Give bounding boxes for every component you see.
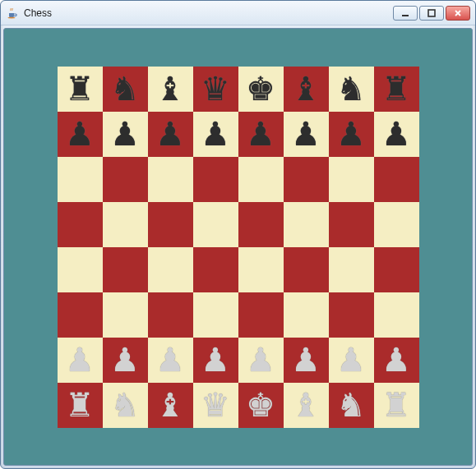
white-king-icon[interactable]: ♚ <box>246 389 275 421</box>
square-1-5[interactable]: ♟ <box>284 112 329 157</box>
square-7-2[interactable]: ♝ <box>148 383 193 428</box>
black-pawn-icon[interactable]: ♟ <box>110 117 140 150</box>
white-rook-icon[interactable]: ♜ <box>381 389 411 421</box>
white-pawn-icon[interactable]: ♟ <box>65 343 95 376</box>
square-7-6[interactable]: ♞ <box>329 383 374 428</box>
square-7-0[interactable]: ♜ <box>58 383 103 428</box>
black-pawn-icon[interactable]: ♟ <box>381 117 411 150</box>
square-7-1[interactable]: ♞ <box>103 383 148 428</box>
square-4-3[interactable] <box>193 247 238 292</box>
square-4-2[interactable] <box>148 247 193 292</box>
square-0-2[interactable]: ♝ <box>148 67 193 112</box>
square-5-7[interactable] <box>374 292 419 338</box>
square-0-7[interactable]: ♜ <box>374 67 419 112</box>
square-1-0[interactable]: ♟ <box>58 112 103 157</box>
square-2-7[interactable] <box>374 157 419 202</box>
white-knight-icon[interactable]: ♞ <box>110 389 140 421</box>
black-knight-icon[interactable]: ♞ <box>110 72 140 105</box>
white-bishop-icon[interactable]: ♝ <box>155 389 185 421</box>
black-pawn-icon[interactable]: ♟ <box>291 117 321 150</box>
square-2-5[interactable] <box>284 157 329 202</box>
black-pawn-icon[interactable]: ♟ <box>65 117 95 150</box>
square-1-7[interactable]: ♟ <box>374 112 419 157</box>
square-5-4[interactable] <box>238 292 284 338</box>
square-4-5[interactable] <box>284 247 329 292</box>
square-6-5[interactable]: ♟ <box>284 338 329 383</box>
white-pawn-icon[interactable]: ♟ <box>110 343 140 376</box>
square-4-6[interactable] <box>329 247 374 292</box>
square-4-7[interactable] <box>374 247 419 292</box>
square-6-7[interactable]: ♟ <box>374 338 419 383</box>
square-6-2[interactable]: ♟ <box>148 338 193 383</box>
square-1-6[interactable]: ♟ <box>329 112 374 157</box>
square-0-3[interactable]: ♛ <box>193 67 238 112</box>
black-pawn-icon[interactable]: ♟ <box>336 117 366 150</box>
square-7-3[interactable]: ♛ <box>193 383 238 428</box>
square-4-1[interactable] <box>103 247 148 292</box>
square-3-0[interactable] <box>58 202 103 247</box>
black-bishop-icon[interactable]: ♝ <box>155 72 185 105</box>
square-3-3[interactable] <box>193 202 238 247</box>
square-1-2[interactable]: ♟ <box>148 112 193 157</box>
square-5-2[interactable] <box>148 292 193 338</box>
white-pawn-icon[interactable]: ♟ <box>336 343 366 376</box>
square-4-4[interactable] <box>238 247 284 292</box>
title-bar[interactable]: Chess <box>1 1 475 25</box>
square-3-4[interactable] <box>238 202 284 247</box>
square-3-7[interactable] <box>374 202 419 247</box>
square-5-1[interactable] <box>103 292 148 338</box>
square-3-6[interactable] <box>329 202 374 247</box>
square-5-0[interactable] <box>58 292 103 338</box>
square-1-1[interactable]: ♟ <box>103 112 148 157</box>
square-6-4[interactable]: ♟ <box>238 338 284 383</box>
white-rook-icon[interactable]: ♜ <box>65 389 95 421</box>
square-3-2[interactable] <box>148 202 193 247</box>
black-rook-icon[interactable]: ♜ <box>65 72 95 105</box>
white-pawn-icon[interactable]: ♟ <box>155 343 185 376</box>
square-5-5[interactable] <box>284 292 329 338</box>
close-button[interactable] <box>446 6 470 21</box>
white-queen-icon[interactable]: ♛ <box>201 389 230 421</box>
square-0-1[interactable]: ♞ <box>103 67 148 112</box>
square-2-6[interactable] <box>329 157 374 202</box>
square-7-4[interactable]: ♚ <box>238 383 284 428</box>
square-6-6[interactable]: ♟ <box>329 338 374 383</box>
square-4-0[interactable] <box>58 247 103 292</box>
black-pawn-icon[interactable]: ♟ <box>246 117 275 150</box>
maximize-button[interactable] <box>419 6 444 21</box>
square-2-0[interactable] <box>58 157 103 202</box>
square-0-5[interactable]: ♝ <box>284 67 329 112</box>
white-pawn-icon[interactable]: ♟ <box>381 343 411 376</box>
square-3-5[interactable] <box>284 202 329 247</box>
square-2-1[interactable] <box>103 157 148 202</box>
white-pawn-icon[interactable]: ♟ <box>246 343 275 376</box>
black-pawn-icon[interactable]: ♟ <box>155 117 185 150</box>
square-2-3[interactable] <box>193 157 238 202</box>
chess-board[interactable]: ♜♞♝♛♚♝♞♜♟♟♟♟♟♟♟♟♟♟♟♟♟♟♟♟♜♞♝♛♚♝♞♜ <box>58 67 419 428</box>
square-7-5[interactable]: ♝ <box>284 383 329 428</box>
square-2-2[interactable] <box>148 157 193 202</box>
minimize-button[interactable] <box>393 6 418 21</box>
white-pawn-icon[interactable]: ♟ <box>291 343 321 376</box>
white-knight-icon[interactable]: ♞ <box>336 389 366 421</box>
black-pawn-icon[interactable]: ♟ <box>201 117 230 150</box>
square-6-1[interactable]: ♟ <box>103 338 148 383</box>
black-rook-icon[interactable]: ♜ <box>381 72 411 105</box>
square-0-0[interactable]: ♜ <box>58 67 103 112</box>
square-5-3[interactable] <box>193 292 238 338</box>
square-0-4[interactable]: ♚ <box>238 67 284 112</box>
square-3-1[interactable] <box>103 202 148 247</box>
black-king-icon[interactable]: ♚ <box>246 72 275 105</box>
square-6-0[interactable]: ♟ <box>58 338 103 383</box>
square-0-6[interactable]: ♞ <box>329 67 374 112</box>
square-7-7[interactable]: ♜ <box>374 383 419 428</box>
square-5-6[interactable] <box>329 292 374 338</box>
white-pawn-icon[interactable]: ♟ <box>201 343 230 376</box>
square-2-4[interactable] <box>238 157 284 202</box>
black-knight-icon[interactable]: ♞ <box>336 72 366 105</box>
black-bishop-icon[interactable]: ♝ <box>291 72 321 105</box>
square-6-3[interactable]: ♟ <box>193 338 238 383</box>
black-queen-icon[interactable]: ♛ <box>201 72 230 105</box>
square-1-4[interactable]: ♟ <box>238 112 284 157</box>
white-bishop-icon[interactable]: ♝ <box>291 389 321 421</box>
